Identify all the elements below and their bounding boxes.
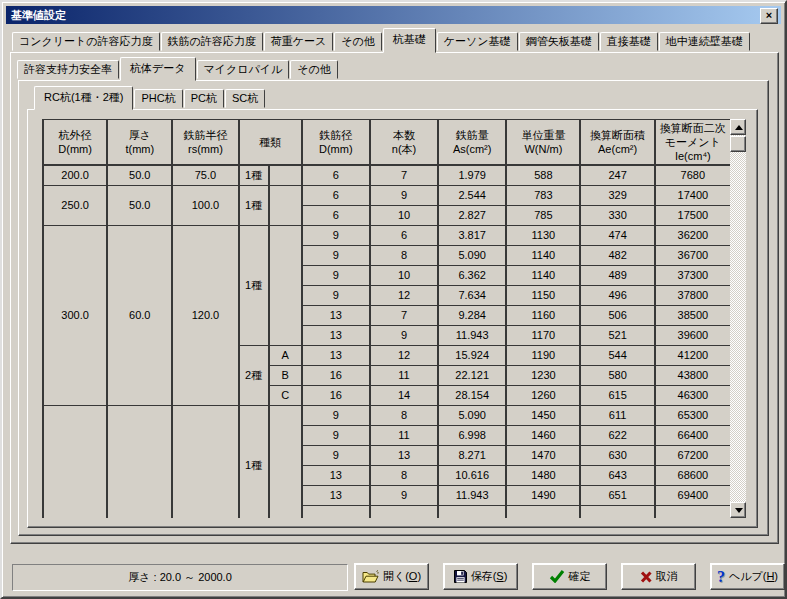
cell-rebar-radius[interactable]: 75.0 bbox=[172, 165, 238, 186]
cell-value[interactable]: 28.154 bbox=[438, 386, 506, 406]
cell-value[interactable]: 9 bbox=[302, 266, 370, 286]
cell-value[interactable]: 15.924 bbox=[438, 346, 506, 366]
scrollbar-thumb[interactable] bbox=[730, 136, 746, 152]
cell-mark[interactable]: A bbox=[269, 346, 302, 366]
cell-value[interactable]: 580 bbox=[580, 366, 654, 386]
cell-thickness[interactable]: 50.0 bbox=[107, 186, 172, 226]
cell-value[interactable]: 1480 bbox=[506, 466, 580, 486]
cell-value[interactable]: 489 bbox=[580, 266, 654, 286]
cell-thickness[interactable]: 60.0 bbox=[107, 226, 172, 406]
cell-rebar-radius[interactable]: 145.0 bbox=[172, 406, 238, 519]
cell-value[interactable]: 8 bbox=[370, 466, 438, 486]
cell-value[interactable]: 13 bbox=[370, 446, 438, 466]
cell-value[interactable]: 521 bbox=[580, 326, 654, 346]
tab-l2-3[interactable]: その他 bbox=[290, 60, 338, 79]
tab-l1-4[interactable]: 杭基礎 bbox=[383, 28, 436, 53]
cell-mark[interactable] bbox=[269, 165, 302, 186]
cell-value[interactable]: 9 bbox=[302, 226, 370, 246]
cell-value[interactable]: 496 bbox=[580, 286, 654, 306]
cell-value[interactable]: 329 bbox=[580, 186, 654, 206]
cell-value[interactable]: 22.121 bbox=[438, 366, 506, 386]
cell-value[interactable] bbox=[580, 506, 654, 519]
cell-value[interactable] bbox=[370, 506, 438, 519]
cell-value[interactable]: 5.090 bbox=[438, 246, 506, 266]
cell-value[interactable]: 9 bbox=[370, 486, 438, 506]
tab-l3-2[interactable]: PC杭 bbox=[184, 89, 224, 108]
cell-value[interactable]: 588 bbox=[506, 165, 580, 186]
tab-l1-6[interactable]: 鋼管矢板基礎 bbox=[519, 32, 599, 51]
cell-value[interactable]: 9 bbox=[302, 246, 370, 266]
cell-value[interactable]: 1130 bbox=[506, 226, 580, 246]
cell-value[interactable]: 38500 bbox=[655, 306, 731, 326]
cell-value[interactable]: 11 bbox=[370, 366, 438, 386]
tab-l2-0[interactable]: 許容支持力安全率 bbox=[17, 60, 119, 79]
tab-l1-5[interactable]: ケーソン基礎 bbox=[437, 32, 518, 51]
cell-value[interactable] bbox=[506, 506, 580, 519]
cell-value[interactable]: 68600 bbox=[655, 466, 731, 486]
cell-value[interactable]: 7 bbox=[370, 306, 438, 326]
tab-l1-0[interactable]: コンクリートの許容応力度 bbox=[12, 32, 160, 51]
tab-l1-1[interactable]: 鉄筋の許容応力度 bbox=[161, 32, 263, 51]
cell-value[interactable]: 783 bbox=[506, 186, 580, 206]
cell-value[interactable]: 13 bbox=[302, 346, 370, 366]
cell-value[interactable]: 630 bbox=[580, 446, 654, 466]
cell-value[interactable]: 37300 bbox=[655, 266, 731, 286]
cell-value[interactable]: 2.827 bbox=[438, 206, 506, 226]
cell-value[interactable]: 8.271 bbox=[438, 446, 506, 466]
cell-value[interactable]: 11.943 bbox=[438, 486, 506, 506]
cell-value[interactable]: 14 bbox=[370, 386, 438, 406]
cell-mark[interactable] bbox=[269, 406, 302, 519]
cell-value[interactable]: 9.284 bbox=[438, 306, 506, 326]
help-button[interactable]: ? ヘルプ(H) bbox=[710, 563, 785, 590]
cell-value[interactable]: 2.544 bbox=[438, 186, 506, 206]
cell-kind[interactable]: 1種 bbox=[239, 226, 269, 346]
cell-outer-diameter[interactable]: 300.0 bbox=[43, 226, 107, 406]
cell-value[interactable]: 43800 bbox=[655, 366, 731, 386]
cell-value[interactable]: 651 bbox=[580, 486, 654, 506]
cell-kind[interactable]: 2種 bbox=[239, 346, 269, 406]
tab-l1-8[interactable]: 地中連続壁基礎 bbox=[659, 32, 750, 51]
cell-value[interactable]: 544 bbox=[580, 346, 654, 366]
cell-value[interactable]: 10.616 bbox=[438, 466, 506, 486]
tab-l1-7[interactable]: 直接基礎 bbox=[600, 32, 658, 51]
cell-value[interactable]: 9 bbox=[370, 186, 438, 206]
scrollbar-track[interactable] bbox=[730, 135, 746, 502]
cell-value[interactable]: 36700 bbox=[655, 246, 731, 266]
cell-value[interactable]: 1140 bbox=[506, 266, 580, 286]
tab-l3-1[interactable]: PHC杭 bbox=[134, 89, 182, 108]
cell-value[interactable]: 9 bbox=[302, 286, 370, 306]
cell-value[interactable]: 1150 bbox=[506, 286, 580, 306]
cell-value[interactable]: 1140 bbox=[506, 246, 580, 266]
title-bar[interactable]: 基準値設定 × bbox=[6, 6, 781, 24]
cell-value[interactable]: 16 bbox=[302, 366, 370, 386]
cell-value[interactable]: 12 bbox=[370, 346, 438, 366]
confirm-button[interactable]: 確定 bbox=[532, 563, 607, 590]
cell-value[interactable]: 8 bbox=[370, 246, 438, 266]
cell-value[interactable]: 65300 bbox=[655, 406, 731, 426]
cell-value[interactable]: 615 bbox=[580, 386, 654, 406]
cell-value[interactable]: 11 bbox=[370, 426, 438, 446]
cell-value[interactable]: 482 bbox=[580, 246, 654, 266]
cell-kind[interactable]: 1種 bbox=[239, 165, 269, 186]
cell-value[interactable]: 7680 bbox=[655, 165, 731, 186]
cell-value[interactable]: 41200 bbox=[655, 346, 731, 366]
open-button[interactable]: 開く(O) bbox=[354, 563, 429, 590]
cell-value[interactable]: 330 bbox=[580, 206, 654, 226]
cell-thickness[interactable]: 50.0 bbox=[107, 165, 172, 186]
cell-value[interactable]: 6 bbox=[370, 226, 438, 246]
cell-value[interactable]: 9 bbox=[370, 326, 438, 346]
tab-l1-2[interactable]: 荷重ケース bbox=[264, 32, 334, 51]
cell-value[interactable]: 37800 bbox=[655, 286, 731, 306]
cell-mark[interactable]: B bbox=[269, 366, 302, 386]
cell-outer-diameter[interactable]: 200.0 bbox=[43, 165, 107, 186]
cell-kind[interactable]: 1種 bbox=[239, 186, 269, 226]
cell-value[interactable]: 10 bbox=[370, 266, 438, 286]
tab-l2-1[interactable]: 杭体データ bbox=[120, 57, 196, 81]
cell-value[interactable]: 1460 bbox=[506, 426, 580, 446]
cell-value[interactable]: 36200 bbox=[655, 226, 731, 246]
cell-outer-diameter[interactable]: 250.0 bbox=[43, 186, 107, 226]
cancel-button[interactable]: 取消 bbox=[621, 563, 696, 590]
cell-value[interactable]: 1.979 bbox=[438, 165, 506, 186]
cell-value[interactable]: 611 bbox=[580, 406, 654, 426]
save-button[interactable]: 保存(S) bbox=[443, 563, 518, 590]
